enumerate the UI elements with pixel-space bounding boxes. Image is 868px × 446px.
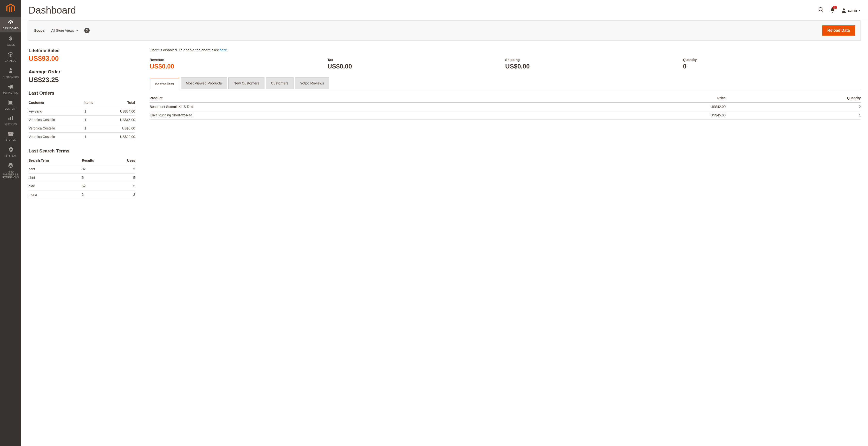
sidebar-item-label: REPORTS <box>1 123 20 126</box>
person-icon <box>1 68 20 75</box>
svg-rect-5 <box>8 118 9 120</box>
svg-point-8 <box>819 7 822 11</box>
svg-point-1 <box>10 68 11 70</box>
chart-disabled-notice: Chart is disabled. To enable the chart, … <box>150 48 861 52</box>
svg-rect-4 <box>9 102 12 104</box>
dashboard-tabs: Bestsellers Most Viewed Products New Cus… <box>150 77 861 89</box>
sidebar-item-customers[interactable]: CUSTOMERS <box>0 65 21 81</box>
sidebar-item-partners[interactable]: FIND PARTNERS & EXTENSIONS <box>0 160 21 181</box>
help-icon[interactable]: ? <box>84 28 90 33</box>
dollar-icon: $ <box>1 35 20 43</box>
sidebar-item-label: CONTENT <box>1 107 20 110</box>
scope-dropdown[interactable]: All Store Views ▼ <box>51 29 79 32</box>
admin-username: admin <box>848 8 857 12</box>
tab-new-customers[interactable]: New Customers <box>228 77 265 89</box>
summary-stats: Revenue US$0.00 Tax US$0.00 Shipping US$… <box>150 58 861 70</box>
sidebar-item-label: CATALOG <box>1 60 20 62</box>
table-row[interactable]: pant323 <box>29 165 135 173</box>
sidebar-item-label: MARKETING <box>1 92 20 94</box>
col-price: Price <box>578 94 725 103</box>
col-uses: Uses <box>114 156 135 165</box>
user-icon <box>841 8 846 13</box>
dashboard-icon <box>1 20 20 26</box>
svg-text:$: $ <box>9 35 12 41</box>
svg-line-9 <box>822 10 823 12</box>
table-row[interactable]: Veronica Costello1US$45.00 <box>29 116 135 124</box>
lifetime-sales-block: Lifetime Sales US$93.00 <box>29 48 135 62</box>
sidebar-item-system[interactable]: SYSTEM <box>0 144 21 160</box>
sidebar-item-label: SALES <box>1 43 20 46</box>
average-order-title: Average Order <box>29 69 135 74</box>
sidebar: DASHBOARD $ SALES CATALOG CUSTOMERS MARK… <box>0 0 21 213</box>
svg-point-10 <box>843 8 845 10</box>
average-order-value: US$23.25 <box>29 76 135 84</box>
col-term: Search Term <box>29 156 82 165</box>
sidebar-item-label: CUSTOMERS <box>1 76 20 79</box>
sidebar-item-label: DASHBOARD <box>1 27 20 30</box>
bars-icon <box>1 116 20 122</box>
sidebar-item-catalog[interactable]: CATALOG <box>0 49 21 65</box>
caret-down-icon: ▼ <box>76 29 79 32</box>
table-row[interactable]: Veronica Costello1US$0.00 <box>29 124 135 133</box>
col-items: Items <box>85 98 103 107</box>
sidebar-item-sales[interactable]: $ SALES <box>0 32 21 49</box>
col-quantity: Quantity <box>725 94 861 103</box>
sidebar-item-reports[interactable]: REPORTS <box>0 113 21 128</box>
svg-rect-7 <box>12 116 13 120</box>
box-icon <box>1 52 20 59</box>
table-row[interactable]: Veronica Costello1US$29.00 <box>29 133 135 141</box>
magento-logo-icon <box>6 4 15 13</box>
table-row[interactable]: key yang1US$64.00 <box>29 107 135 116</box>
svg-rect-3 <box>9 101 12 102</box>
page-title: Dashboard <box>29 5 76 16</box>
bestsellers-content: Product Price Quantity Beaumont Summit K… <box>150 89 861 119</box>
table-row[interactable]: Erika Running Short-32-RedUS$45.001 <box>150 111 861 119</box>
sidebar-item-label: SYSTEM <box>1 155 20 157</box>
tab-yotpo[interactable]: Yotpo Reviews <box>295 77 329 89</box>
page-header: Dashboard 3 admin ▼ <box>21 0 868 20</box>
store-icon <box>1 131 20 137</box>
enable-chart-link[interactable]: here <box>220 48 227 52</box>
last-orders-title: Last Orders <box>29 91 135 96</box>
summary-quantity: Quantity 0 <box>683 58 861 70</box>
col-total: Total <box>103 98 135 107</box>
last-search-title: Last Search Terms <box>29 148 135 154</box>
sidebar-item-stores[interactable]: STORES <box>0 128 21 144</box>
scope-value: All Store Views <box>51 29 74 32</box>
notifications-button[interactable]: 3 <box>830 7 835 13</box>
tab-most-viewed[interactable]: Most Viewed Products <box>181 77 227 89</box>
magento-logo[interactable] <box>0 0 21 17</box>
col-results: Results <box>82 156 114 165</box>
last-orders-section: Last Orders Customer Items Total key yan… <box>29 91 135 141</box>
admin-user-menu[interactable]: admin ▼ <box>841 8 861 13</box>
sidebar-item-label: FIND PARTNERS & EXTENSIONS <box>1 170 20 179</box>
reload-data-button[interactable]: Reload Data <box>822 25 855 36</box>
summary-tax: Tax US$0.00 <box>328 58 505 70</box>
col-product: Product <box>150 94 578 103</box>
lifetime-sales-title: Lifetime Sales <box>29 48 135 53</box>
scope-bar: Scope: All Store Views ▼ ? Reload Data <box>29 20 861 41</box>
table-row[interactable]: mona22 <box>29 191 135 199</box>
sidebar-item-content[interactable]: CONTENT <box>0 97 21 113</box>
sidebar-item-label: STORES <box>1 138 20 141</box>
scope-label: Scope: <box>34 29 45 32</box>
search-icon[interactable] <box>818 7 824 14</box>
summary-shipping: Shipping US$0.00 <box>505 58 683 70</box>
partners-icon <box>1 163 20 169</box>
col-customer: Customer <box>29 98 85 107</box>
table-row[interactable]: shirt55 <box>29 173 135 182</box>
svg-rect-6 <box>10 117 11 120</box>
lifetime-sales-value: US$93.00 <box>29 55 135 62</box>
table-row[interactable]: blac623 <box>29 182 135 191</box>
last-search-section: Last Search Terms Search Term Results Us… <box>29 148 135 199</box>
sidebar-item-dashboard[interactable]: DASHBOARD <box>0 17 21 32</box>
tab-bestsellers[interactable]: Bestsellers <box>150 78 179 89</box>
sidebar-item-marketing[interactable]: MARKETING <box>0 81 21 97</box>
layout-icon <box>1 100 20 106</box>
gear-icon <box>1 147 20 153</box>
tab-customers[interactable]: Customers <box>266 77 294 89</box>
caret-down-icon: ▼ <box>858 9 861 12</box>
summary-revenue: Revenue US$0.00 <box>150 58 328 70</box>
megaphone-icon <box>1 84 20 91</box>
table-row[interactable]: Beaumont Summit Kit-S-RedUS$42.002 <box>150 103 861 111</box>
